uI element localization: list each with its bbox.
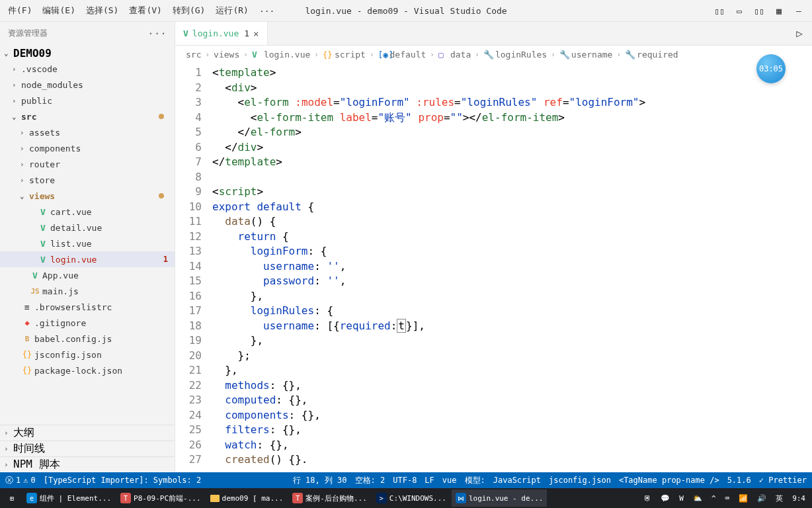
layout-grid-icon[interactable]: ▦ [771,3,787,19]
code-line[interactable]: }, [212,289,812,304]
code-line[interactable]: </template> [212,155,812,170]
tree-item-views[interactable]: ⌄views [0,188,175,204]
crumb-username[interactable]: 🔧username [559,50,613,60]
status-version[interactable]: 5.1.6 [727,476,751,485]
menu-goto[interactable]: 转到(G) [167,2,210,19]
status-lang[interactable]: vue [442,476,457,485]
tree-item--browserslistrc[interactable]: ≡.browserslistrc [0,299,175,315]
code-line[interactable]: data() { [212,214,812,230]
taskbar-item[interactable]: demo09 [ ma... [206,489,288,507]
section-时间线[interactable]: ›时间线 [0,441,175,456]
status-tagname[interactable]: <TagName prop-name /> [619,476,719,485]
code-content[interactable]: <template> <div> <el-form :model="loginF… [212,64,812,472]
taskbar-item[interactable]: e组件 | Element... [22,489,115,507]
code-editor[interactable]: 1234567891011121314151617181920212223242… [175,64,812,472]
crumb-required[interactable]: 🔧required [625,50,678,60]
status-encoding[interactable]: UTF-8 [393,476,417,485]
explorer-more-icon[interactable]: ··· [147,27,167,40]
tree-item--gitignore[interactable]: ◆.gitignore [0,315,175,331]
tray-icon[interactable]: W [675,489,688,507]
crumb-loginRules[interactable]: 🔧loginRules [483,50,547,60]
menu-edit[interactable]: 编辑(E) [37,2,80,19]
tree-item-list-vue[interactable]: Vlist.vue [0,235,175,251]
status-jsconfig[interactable]: jsconfig.json [549,476,611,485]
status-js[interactable]: JavaScript [493,476,541,485]
tree-item-cart-vue[interactable]: Vcart.vue [0,204,175,220]
menu-more-icon[interactable]: ··· [254,3,280,19]
crumb-default[interactable]: [◉]default [378,50,426,60]
taskbar-item[interactable]: >C:\WINDOWS... [372,489,450,507]
tree-item-App-vue[interactable]: VApp.vue [0,267,175,283]
tree-item-main-js[interactable]: JSmain.js [0,283,175,299]
menu-view[interactable]: 查看(V) [124,2,167,19]
tray-icon[interactable]: ⌨ [721,489,734,507]
code-line[interactable]: watch: {}, [212,438,812,453]
code-line[interactable]: <div> [212,81,812,96]
code-line[interactable]: }, [212,363,812,378]
code-line[interactable]: methods: {}, [212,378,812,394]
tree-item-package-lock-json[interactable]: {}package-lock.json [0,362,175,378]
close-icon[interactable]: × [253,28,259,39]
crumb-src[interactable]: src [186,50,201,60]
code-line[interactable]: filters: {}, [212,423,812,438]
code-line[interactable]: loginForm: { [212,244,812,259]
code-line[interactable]: </el-form> [212,125,812,140]
tab-login-vue[interactable]: V login.vue 1 × [175,22,268,45]
tree-item-babel-config-js[interactable]: Bbabel.config.js [0,331,175,347]
tree-item-detail-vue[interactable]: Vdetail.vue [0,220,175,235]
code-line[interactable]: computed: {}, [212,393,812,408]
tray-icon[interactable]: 9:4 [788,489,809,507]
taskbar-item[interactable]: TP8-09-PC前端-... [116,489,204,507]
status-importer[interactable]: [TypeScript Importer]: Symbols: 2 [44,476,201,485]
code-line[interactable]: created() {}. [212,452,812,468]
code-line[interactable] [212,170,812,185]
code-line[interactable]: <script> [212,185,812,200]
code-line[interactable]: }, [212,333,812,349]
tree-item-login-vue[interactable]: Vlogin.vue1 [0,251,175,267]
menu-file[interactable]: 件(F) [3,2,37,19]
tray-icon[interactable]: 📶 [735,489,752,507]
code-line[interactable]: export default { [212,200,812,215]
project-root[interactable]: ⌄ DEMO09 [0,45,175,61]
layout-right-icon[interactable]: ▯▯ [751,3,767,19]
layout-sidebar-icon[interactable]: ▯▯ [711,3,727,19]
code-line[interactable]: username: '', [212,259,812,275]
code-line[interactable]: }; [212,349,812,364]
section-大纲[interactable]: ›大纲 [0,425,175,441]
taskbar-item[interactable]: ⊞ [3,489,21,507]
crumb-login.vue[interactable]: Vlogin.vue [252,50,310,60]
tree-item-assets[interactable]: ›assets [0,124,175,140]
tray-icon[interactable]: ^ [708,489,720,507]
code-line[interactable]: components: {}, [212,408,812,423]
tree-item-router[interactable]: ›router [0,156,175,172]
status-eol[interactable]: LF [425,476,434,485]
crumb-data[interactable]: ▢data [438,50,471,60]
tree-item-store[interactable]: ›store [0,172,175,188]
code-line[interactable]: </div> [212,140,812,155]
minimize-icon[interactable]: — [791,3,807,19]
run-icon[interactable]: ▷ [787,22,812,45]
tree-item--vscode[interactable]: ›.vscode [0,61,175,77]
status-errors[interactable]: ⓧ 1 ⚠ 0 [5,475,36,486]
crumb-views[interactable]: views [214,50,239,60]
code-line[interactable]: loginRules: { [212,304,812,319]
crumb-script[interactable]: {}script [323,50,366,60]
tray-icon[interactable]: ⛅ [689,489,706,507]
status-prettier[interactable]: ✓ Prettier [759,476,807,485]
tray-icon[interactable]: ⛨ [640,489,655,507]
code-line[interactable]: password: '', [212,274,812,289]
menu-run[interactable]: 运行(R) [210,2,253,19]
tree-item-jsconfig-json[interactable]: {}jsconfig.json [0,347,175,362]
tray-icon[interactable]: 英 [772,489,787,507]
tree-item-src[interactable]: ⌄src [0,108,175,124]
menu-selection[interactable]: 选择(S) [81,2,124,19]
code-line[interactable]: return { [212,230,812,245]
status-model[interactable]: 模型: [465,475,485,486]
tree-item-node_modules[interactable]: ›node_modules [0,77,175,93]
tree-item-public[interactable]: ›public [0,93,175,108]
taskbar-item[interactable]: T案例-后台购物... [288,489,371,507]
taskbar-item[interactable]: ⋈login.vue - de... [452,489,548,507]
layout-panel-icon[interactable]: ▭ [731,3,747,19]
code-line[interactable]: <el-form-item label="账号" prop=""></el-fo… [212,110,812,126]
status-position[interactable]: 行 18, 列 30 [293,475,347,486]
